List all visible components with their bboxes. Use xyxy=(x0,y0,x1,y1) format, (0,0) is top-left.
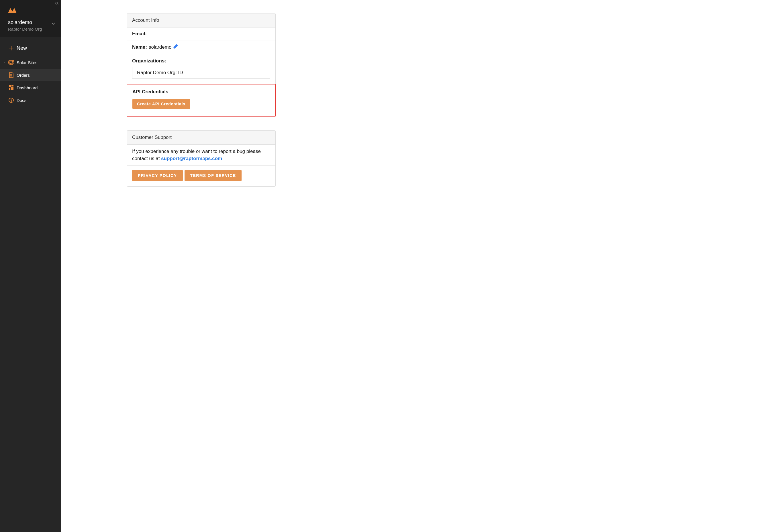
name-value: solardemo xyxy=(149,44,172,50)
svg-rect-9 xyxy=(11,99,11,99)
sidebar-top: solardemo Raptor Demo Org xyxy=(0,0,61,37)
logo-icon xyxy=(7,7,17,14)
account-orgs-row: Organizations: Raptor Demo Org: ID xyxy=(127,54,275,84)
button-label: PRIVACY POLICY xyxy=(138,173,177,178)
main-content: Account Info Email: Name: solardemo Orga… xyxy=(61,0,780,532)
nav-label: New xyxy=(17,45,27,51)
nav-item-orders[interactable]: Orders xyxy=(0,69,61,81)
nav-item-solar-sites[interactable]: ▸ Solar Sites xyxy=(0,56,61,69)
card-header: Customer Support xyxy=(127,130,275,145)
logo[interactable] xyxy=(0,0,61,18)
support-text: If you experience any trouble or want to… xyxy=(132,148,270,162)
svg-rect-2 xyxy=(9,48,13,48)
nav-label: Dashboard xyxy=(17,85,38,90)
sidebar-nav: New ▸ Solar Sites Orders xyxy=(0,37,61,107)
caret-right-icon: ▸ xyxy=(3,61,6,64)
support-text-row: If you experience any trouble or want to… xyxy=(127,145,275,166)
card-header: Account Info xyxy=(127,13,275,28)
api-credentials-highlight: API Credentials Create API Credentials xyxy=(127,84,276,116)
chevron-down-icon xyxy=(51,21,56,27)
name-label: Name: xyxy=(132,44,147,50)
privacy-policy-button[interactable]: PRIVACY POLICY xyxy=(132,170,183,181)
org-entry: Raptor Demo Org: ID xyxy=(132,67,270,79)
orgs-label: Organizations: xyxy=(132,58,270,64)
terms-of-service-button[interactable]: TERMS OF SERVICE xyxy=(185,170,242,181)
create-api-credentials-button[interactable]: Create API Credentials xyxy=(132,99,190,109)
svg-rect-6 xyxy=(11,87,13,90)
svg-rect-8 xyxy=(11,100,11,102)
current-user: solardemo xyxy=(8,19,42,25)
svg-point-0 xyxy=(12,9,13,10)
support-buttons-row: PRIVACY POLICY TERMS OF SERVICE xyxy=(127,166,275,187)
dashboard-icon xyxy=(6,85,17,90)
nav-item-new[interactable]: New xyxy=(0,40,61,56)
account-name-row: Name: solardemo xyxy=(127,40,275,54)
plus-icon xyxy=(6,45,17,51)
current-org: Raptor Demo Org xyxy=(8,26,42,32)
edit-name-icon[interactable] xyxy=(173,44,178,50)
button-label: TERMS OF SERVICE xyxy=(190,173,236,178)
nav-item-dashboard[interactable]: Dashboard xyxy=(0,81,61,94)
account-email-row: Email: xyxy=(127,28,275,40)
api-credentials-header: API Credentials xyxy=(132,89,270,95)
nav-item-docs[interactable]: Docs xyxy=(0,94,61,107)
button-label: Create API Credentials xyxy=(137,102,185,106)
sidebar: solardemo Raptor Demo Org New ▸ xyxy=(0,0,61,532)
support-email-link[interactable]: support@raptormaps.com xyxy=(161,156,222,161)
nav-label: Docs xyxy=(17,98,27,103)
org-switcher[interactable]: solardemo Raptor Demo Org xyxy=(0,18,61,37)
nav-label: Solar Sites xyxy=(17,60,38,65)
svg-rect-4 xyxy=(11,85,13,87)
svg-rect-5 xyxy=(9,88,10,90)
document-icon xyxy=(6,72,17,78)
info-circle-icon xyxy=(6,97,17,103)
sidebar-collapse-icon[interactable] xyxy=(55,2,58,5)
api-credentials-row: API Credentials Create API Credentials xyxy=(127,85,275,116)
nav-label: Orders xyxy=(17,73,30,77)
account-info-card: Account Info Email: Name: solardemo Orga… xyxy=(127,13,276,116)
customer-support-card: Customer Support If you experience any t… xyxy=(127,130,276,187)
solar-panel-icon xyxy=(6,60,17,65)
email-label: Email: xyxy=(132,31,147,37)
svg-rect-3 xyxy=(9,85,11,87)
